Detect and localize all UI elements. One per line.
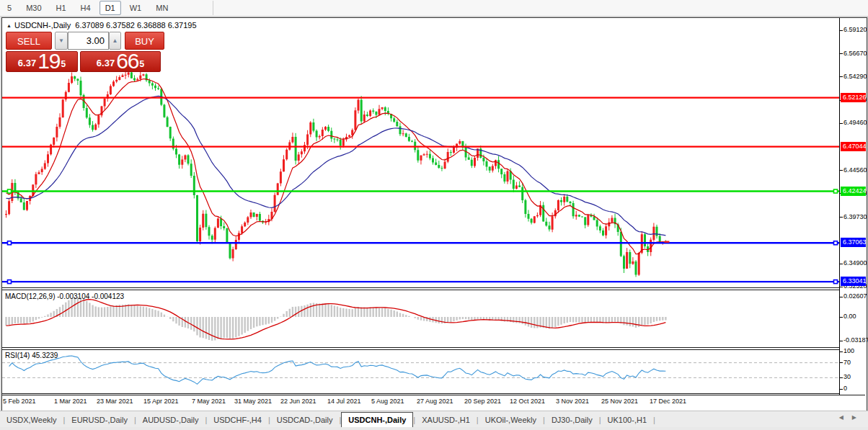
axis-tick-label: 6.54290 (843, 73, 867, 81)
ask-price-prefix: 6.37 (97, 56, 115, 71)
axis-tick-mark (840, 287, 843, 287)
date-label: 23 Mar 2021 (97, 398, 133, 405)
timeframe-toolbar: 5M30H1H4D1W1MN (0, 0, 868, 17)
chart-window: ▲USDCNH-,Daily 6.37089 6.37582 6.36888 6… (1, 17, 867, 411)
rsi-axis-label: 100 (843, 347, 854, 355)
sell-button[interactable]: SELL (6, 32, 52, 50)
date-label: 17 Dec 2021 (650, 398, 686, 405)
rsi-axis-label: 30 (843, 373, 851, 381)
ask-price-button[interactable]: 6.37 66 5 (80, 51, 161, 72)
price-level-badge: 6.37063 (841, 238, 866, 247)
rsi-label: RSI(14) 45.3239 (5, 351, 58, 359)
chart-symbol-label: USDCNH-,Daily (14, 21, 71, 30)
timeframe-button-w1[interactable]: W1 (124, 1, 148, 15)
axis-tick-label: 6.56670 (843, 50, 867, 58)
ask-price-sup: 5 (140, 52, 145, 76)
chart-tab-usdcad[interactable]: USDCAD-,Daily (270, 413, 340, 427)
axis-tick-mark (840, 362, 843, 363)
axis-tick-label: 6.34900 (843, 259, 867, 267)
date-label: 15 Apr 2021 (143, 398, 179, 405)
axis-tick-mark (840, 123, 843, 124)
rsi-axis-label: 0 (843, 385, 847, 393)
macd-label: MACD(12,26,9) -0.003104 -0.004123 (5, 292, 124, 300)
chart-tab-audusd[interactable]: AUDUSD-,Daily (136, 413, 205, 427)
bid-price-big: 19 (37, 52, 60, 71)
price-level-badge: 6.42424 (841, 187, 866, 196)
tab-scroll-left-icon[interactable]: ◀ (839, 414, 852, 421)
timeframe-button-m30[interactable]: M30 (20, 1, 47, 15)
chart-title: ▲USDCNH-,Daily 6.37089 6.37582 6.36888 6… (6, 21, 197, 30)
axis-tick-mark (840, 264, 843, 264)
chart-tab-uk100[interactable]: UK100-,H1 (601, 413, 653, 427)
axis-tick-mark (840, 30, 843, 31)
date-label: 31 May 2021 (234, 398, 272, 405)
chart-tab-usdx[interactable]: USDX,Weekly (0, 413, 63, 427)
price-level-badge: 6.33041 (841, 277, 866, 286)
chart-tab-ukoil[interactable]: UKOil-,Weekly (479, 413, 543, 427)
price-level-badge: 6.52126 (841, 93, 866, 102)
rsi-axis-label: 70 (843, 359, 851, 367)
tab-separator: | (653, 413, 655, 427)
axis-tick-mark (840, 317, 843, 318)
time-axis[interactable]: 5 Feb 20211 Mar 202123 Mar 202115 Apr 20… (2, 395, 865, 408)
chart-tab-dj30[interactable]: DJ30-,Daily (545, 413, 599, 427)
axis-tick-label: 6.49460 (843, 119, 867, 127)
one-click-trading-panel: SELL ▼ 3.00 ▲ BUY 6.37 19 5 6.37 66 5 (6, 32, 164, 72)
buy-button[interactable]: BUY (125, 32, 164, 50)
axis-tick-mark (840, 351, 843, 352)
date-label: 5 Aug 2021 (371, 398, 404, 405)
axis-tick-mark (840, 53, 843, 54)
date-label: 5 Feb 2021 (3, 398, 36, 405)
timeframe-button-h4[interactable]: H4 (75, 1, 97, 15)
macd-axis-label: -0.03187 (843, 336, 868, 344)
timeframe-button-d1[interactable]: D1 (99, 1, 121, 15)
axis-tick-mark (840, 341, 843, 341)
date-label: 7 May 2021 (192, 398, 226, 405)
date-label: 22 Jun 2021 (280, 398, 316, 405)
date-label: 27 Aug 2021 (417, 398, 453, 405)
axis-tick-mark (840, 389, 843, 390)
volume-increase-button[interactable]: ▲ (109, 32, 121, 50)
timeframe-button-h1[interactable]: H1 (50, 1, 72, 15)
volume-decrease-button[interactable]: ▼ (55, 32, 68, 50)
date-label: 1 Mar 2021 (54, 398, 87, 405)
bid-price-button[interactable]: 6.37 19 5 (6, 51, 78, 72)
axis-tick-mark (840, 217, 843, 218)
macd-panel[interactable] (2, 290, 839, 347)
chart-tab-usdchf[interactable]: USDCHF-,H4 (207, 413, 268, 427)
axis-tick-mark (840, 76, 843, 77)
price-axis[interactable]: 6.591206.566706.542906.518406.494606.445… (839, 18, 866, 395)
volume-input[interactable]: 3.00 (68, 32, 109, 50)
axis-tick-label: 6.44560 (843, 166, 867, 174)
tab-scroll-right-icon[interactable]: ▶ (852, 414, 865, 421)
price-level-badge: 6.47044 (841, 142, 866, 151)
axis-tick-mark (840, 297, 843, 297)
collapse-one-click-trading-icon[interactable]: ▲ (6, 23, 12, 28)
date-label: 20 Sep 2021 (464, 398, 501, 405)
panel-divider[interactable] (2, 287, 865, 290)
panel-divider[interactable] (2, 347, 865, 350)
timeframe-button-5[interactable]: 5 (1, 1, 17, 15)
axis-tick-mark (840, 377, 843, 378)
chart-tab-eurusd[interactable]: EURUSD-,Daily (65, 413, 134, 427)
chart-ohlc-values: 6.37089 6.37582 6.36888 6.37195 (75, 21, 196, 30)
ask-price-big: 66 (116, 52, 138, 71)
axis-tick-label: 6.59120 (843, 26, 867, 34)
axis-tick-label: 6.39730 (843, 213, 867, 221)
chart-tab-xauusd[interactable]: XAUUSD-,H1 (415, 413, 477, 427)
toolbar-separator (213, 1, 213, 15)
macd-axis-label: 0.00 (843, 313, 856, 321)
date-label: 25 Nov 2021 (601, 398, 638, 405)
axis-tick-mark (840, 170, 843, 171)
chart-tab-bar: USDX,Weekly|EURUSD-,Daily|AUDUSD-,Daily|… (0, 411, 868, 427)
date-label: 12 Oct 2021 (510, 398, 545, 405)
bid-price-prefix: 6.37 (18, 56, 36, 71)
tab-scroll-arrows[interactable]: ◀▶ (839, 414, 865, 421)
macd-axis-label: 0.02607 (843, 292, 867, 300)
timeframe-button-mn[interactable]: MN (150, 1, 174, 15)
rsi-panel[interactable] (2, 350, 839, 393)
date-label: 14 Jul 2021 (327, 398, 361, 405)
date-label: 3 Nov 2021 (556, 398, 589, 405)
bid-price-sup: 5 (61, 52, 66, 76)
chart-tab-usdcnh[interactable]: USDCNH-,Daily (341, 412, 413, 427)
